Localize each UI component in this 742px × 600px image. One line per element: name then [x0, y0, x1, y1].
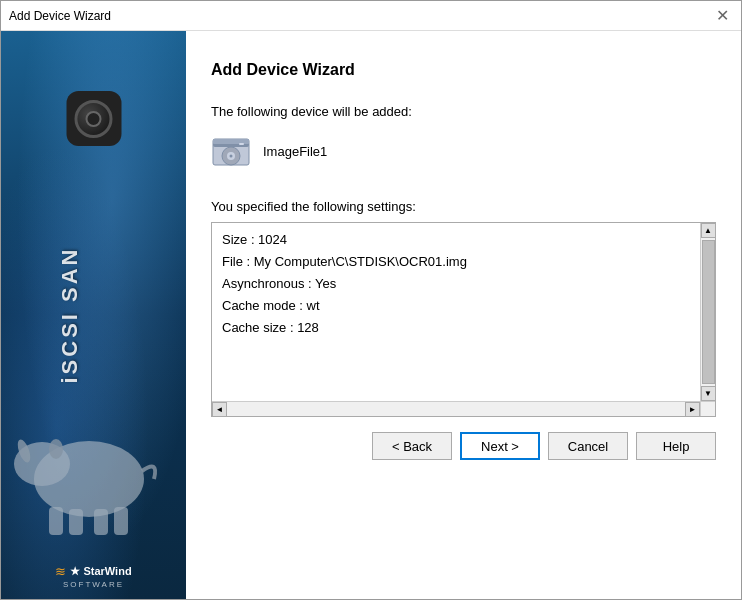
horizontal-scrollbar[interactable]: ◄ ► — [212, 401, 700, 416]
scroll-h-track — [227, 403, 685, 416]
rhino-illustration — [1, 339, 186, 539]
settings-label: You specified the following settings: — [211, 199, 716, 214]
sidebar-footer: ≋ ★ StarWind SOFTWARE — [1, 564, 186, 589]
settings-content: Size : 1024File : My Computer\C\STDISK\O… — [212, 223, 715, 345]
vertical-scrollbar[interactable]: ▲ ▼ — [700, 223, 715, 401]
settings-section: You specified the following settings: Si… — [211, 199, 716, 417]
help-button[interactable]: Help — [636, 432, 716, 460]
logo-subtitle: SOFTWARE — [63, 580, 124, 589]
settings-line: Asynchronous : Yes — [222, 273, 705, 295]
description-text: The following device will be added: — [211, 104, 716, 119]
content-area: iSCSI SAN — [1, 31, 741, 599]
app-icon — [66, 91, 121, 146]
settings-line: Cache size : 128 — [222, 317, 705, 339]
scroll-left-button[interactable]: ◄ — [212, 402, 227, 417]
window-title: Add Device Wizard — [9, 9, 111, 23]
button-row: < Back Next > Cancel Help — [211, 417, 716, 465]
scroll-thumb[interactable] — [702, 240, 715, 384]
svg-rect-6 — [114, 507, 128, 535]
scroll-up-button[interactable]: ▲ — [701, 223, 716, 238]
logo-text: ★ StarWind — [70, 565, 131, 578]
cancel-button[interactable]: Cancel — [548, 432, 628, 460]
next-button[interactable]: Next > — [460, 432, 540, 460]
main-window: Add Device Wizard ✕ iSCSI SAN — [0, 0, 742, 600]
device-name: ImageFile1 — [263, 144, 327, 159]
svg-point-7 — [49, 439, 63, 459]
sidebar: iSCSI SAN — [1, 31, 186, 599]
settings-line: Cache mode : wt — [222, 295, 705, 317]
svg-point-13 — [230, 155, 233, 158]
disk-icon — [211, 134, 251, 169]
svg-rect-4 — [69, 509, 83, 535]
scroll-right-button[interactable]: ► — [685, 402, 700, 417]
svg-rect-5 — [94, 509, 108, 535]
settings-line: Size : 1024 — [222, 229, 705, 251]
back-button[interactable]: < Back — [372, 432, 452, 460]
starwind-logo: ≋ ★ StarWind — [55, 564, 131, 579]
settings-box: Size : 1024File : My Computer\C\STDISK\O… — [211, 222, 716, 417]
title-bar: Add Device Wizard ✕ — [1, 1, 741, 31]
close-button[interactable]: ✕ — [712, 6, 733, 26]
svg-rect-3 — [49, 507, 63, 535]
camera-icon — [75, 100, 113, 138]
device-item: ImageFile1 — [211, 134, 716, 169]
svg-rect-14 — [239, 143, 244, 145]
settings-line: File : My Computer\C\STDISK\OCR01.img — [222, 251, 705, 273]
scrollbar-corner — [700, 401, 715, 416]
main-panel: Add Device Wizard The following device w… — [186, 31, 741, 599]
wizard-title: Add Device Wizard — [211, 61, 716, 79]
scroll-down-button[interactable]: ▼ — [701, 386, 716, 401]
